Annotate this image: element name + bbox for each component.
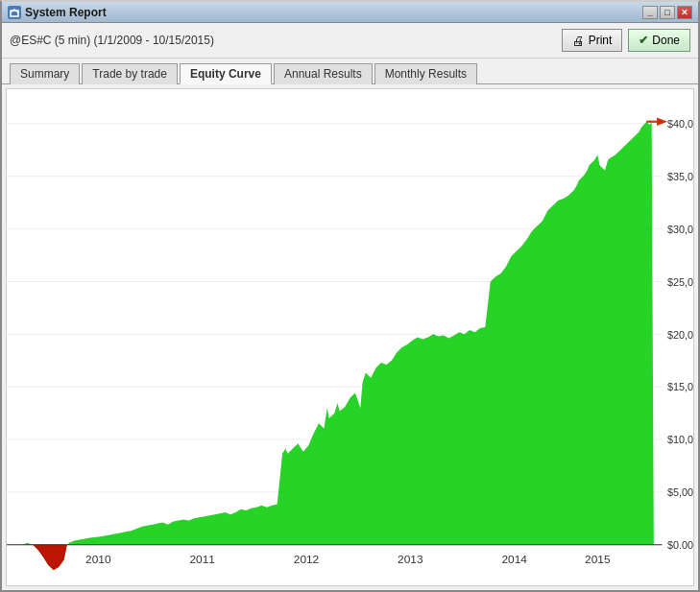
tab-trade-by-trade[interactable]: Trade by trade	[82, 63, 178, 84]
tab-annual-results[interactable]: Annual Results	[274, 63, 373, 84]
print-label: Print	[589, 34, 613, 47]
svg-text:2010: 2010	[85, 553, 111, 565]
svg-text:$40,000.00: $40,000.00	[667, 118, 693, 130]
toolbar: @ES#C (5 min) (1/1/2009 - 10/15/2015) 🖨 …	[2, 23, 698, 59]
svg-text:$0.00: $0.00	[667, 539, 693, 551]
chart-subtitle: @ES#C (5 min) (1/1/2009 - 10/15/2015)	[10, 34, 562, 47]
minimize-button[interactable]: _	[642, 6, 658, 19]
svg-text:$5,000.00: $5,000.00	[667, 486, 693, 498]
title-bar-buttons: _ □ ✕	[642, 6, 692, 19]
svg-text:2012: 2012	[294, 553, 319, 565]
svg-text:$10,000.00: $10,000.00	[667, 434, 693, 445]
svg-text:$30,000.00: $30,000.00	[667, 224, 693, 235]
svg-text:$15,000.00: $15,000.00	[667, 382, 693, 393]
tab-equity-curve[interactable]: Equity Curve	[180, 63, 272, 84]
print-icon: 🖨	[572, 34, 585, 48]
window-title: System Report	[25, 6, 642, 19]
done-label: Done	[652, 34, 680, 47]
svg-text:2014: 2014	[501, 553, 527, 565]
svg-text:$25,000.00: $25,000.00	[667, 276, 693, 288]
tab-monthly-results[interactable]: Monthly Results	[374, 63, 477, 84]
done-button[interactable]: ✔ Done	[628, 29, 690, 52]
tabs-bar: Summary Trade by trade Equity Curve Annu…	[2, 59, 698, 84]
title-bar: System Report _ □ ✕	[2, 2, 698, 23]
maximize-button[interactable]: □	[660, 6, 675, 19]
svg-text:2011: 2011	[189, 553, 214, 565]
chart-container: $0.00 $5,000.00 $10,000.00 $15,000.00 $2…	[6, 88, 694, 586]
done-icon: ✔	[639, 34, 648, 47]
window-icon	[8, 6, 21, 19]
chart-area: $0.00 $5,000.00 $10,000.00 $15,000.00 $2…	[7, 89, 693, 585]
svg-text:2015: 2015	[585, 553, 611, 565]
svg-text:2013: 2013	[398, 553, 423, 565]
tab-summary[interactable]: Summary	[10, 63, 80, 84]
svg-text:$20,000.00: $20,000.00	[667, 329, 693, 341]
main-window: System Report _ □ ✕ @ES#C (5 min) (1/1/2…	[0, 0, 700, 592]
toolbar-buttons: 🖨 Print ✔ Done	[562, 29, 690, 52]
print-button[interactable]: 🖨 Print	[562, 29, 623, 52]
close-button[interactable]: ✕	[677, 6, 692, 19]
svg-text:$35,000.00: $35,000.00	[667, 171, 693, 182]
equity-curve-chart: $0.00 $5,000.00 $10,000.00 $15,000.00 $2…	[7, 89, 693, 585]
